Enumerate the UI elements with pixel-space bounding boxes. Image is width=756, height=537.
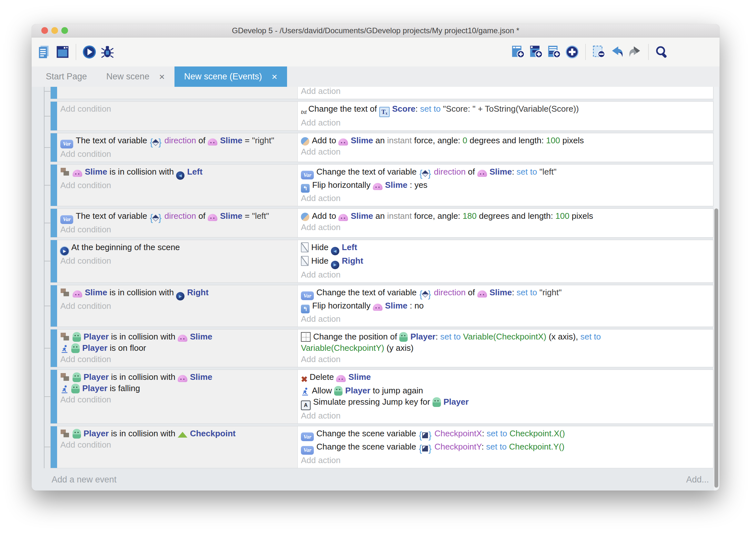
event-row[interactable]: Slime is in collision with ▶RightAdd con… — [50, 285, 713, 327]
event-row[interactable]: Add conditiontxtChange the text of TxSco… — [50, 101, 713, 131]
add-button[interactable]: Add... — [686, 475, 709, 485]
event-drag-handle[interactable] — [51, 165, 57, 206]
add-condition-link[interactable]: Add condition — [60, 255, 293, 267]
add-circle-icon[interactable] — [564, 44, 580, 61]
conditions-cell[interactable] — [57, 87, 298, 99]
action-line[interactable]: ↰Flip horizontally Slime : no — [301, 300, 709, 313]
event-drag-handle[interactable] — [51, 240, 57, 282]
tab-close-icon[interactable]: × — [159, 72, 165, 82]
tab-close-icon[interactable]: × — [272, 72, 277, 82]
actions-cell[interactable]: Hide ◀LeftHide ▶RightAdd action — [298, 240, 713, 282]
condition-line[interactable]: Player is in collision with Slime — [60, 331, 293, 342]
actions-cell[interactable]: VarChange the text of variable {}directi… — [298, 285, 713, 327]
event-row[interactable]: Player is in collision with CheckpointAd… — [50, 426, 713, 468]
event-drag-handle[interactable] — [51, 285, 57, 327]
action-line[interactable]: Add to Slime an instant force, angle: 18… — [301, 210, 709, 222]
add-action-link[interactable]: Add action — [301, 313, 709, 325]
action-line[interactable]: Hide ▶Right — [301, 255, 709, 269]
minimize-window-button[interactable] — [51, 27, 58, 34]
add-action-link[interactable]: Add action — [301, 146, 709, 157]
conditions-cell[interactable]: Add condition — [57, 102, 298, 130]
actions-cell[interactable]: VarChange the text of variable {}directi… — [298, 165, 713, 206]
add-action-link[interactable]: Add action — [301, 455, 709, 466]
add-condition-link[interactable]: Add condition — [60, 394, 293, 405]
conditions-cell[interactable]: VarThe text of variable {}direction of S… — [57, 209, 298, 237]
conditions-cell[interactable]: Player is in collision with SlimePlayer … — [57, 370, 298, 423]
action-line[interactable]: VarChange the text of variable {}directi… — [301, 166, 709, 180]
event-drag-handle[interactable] — [51, 209, 57, 237]
add-action-link[interactable]: Add action — [301, 193, 709, 204]
action-line[interactable]: ↰Flip horizontally Slime : yes — [301, 180, 709, 193]
debug-icon[interactable] — [99, 44, 115, 61]
add-condition-link[interactable]: Add condition — [60, 301, 293, 312]
tab-new-scene-events-[interactable]: New scene (Events)× — [174, 66, 287, 87]
action-line[interactable]: VarChange the scene variable {}Checkpoin… — [301, 428, 709, 441]
event-row[interactable]: VarThe text of variable {}direction of S… — [50, 133, 713, 162]
conditions-cell[interactable]: Player is in collision with SlimePlayer … — [57, 329, 298, 367]
event-drag-handle[interactable] — [51, 102, 57, 130]
actions-cell[interactable]: ✖Delete SlimeAllow Player to jump againA… — [298, 370, 713, 423]
add-action-link[interactable]: Add action — [301, 117, 709, 128]
add-action-link[interactable]: Add action — [301, 354, 709, 365]
action-line[interactable]: Add to Slime an instant force, angle: 0 … — [301, 135, 709, 146]
event-row[interactable]: Player is in collision with SlimePlayer … — [50, 369, 713, 424]
add-condition-link[interactable]: Add condition — [60, 439, 293, 450]
add-condition-link[interactable]: Add condition — [60, 103, 293, 114]
action-line[interactable]: Change the position of Player: set to Va… — [301, 331, 709, 342]
conditions-cell[interactable]: Slime is in collision with ◀LeftAdd cond… — [57, 165, 298, 206]
condition-line[interactable]: Player is on floor — [60, 342, 293, 354]
add-action-link[interactable]: Add action — [301, 222, 709, 233]
event-drag-handle[interactable] — [51, 329, 57, 367]
add-action-link[interactable]: Add action — [301, 269, 709, 280]
action-line[interactable]: VarChange the text of variable {}directi… — [301, 287, 709, 301]
condition-line[interactable]: Slime is in collision with ▶Right — [60, 287, 293, 301]
conditions-cell[interactable]: Slime is in collision with ▶RightAdd con… — [57, 285, 298, 327]
actions-cell[interactable]: txtChange the text of TxScore: set to "S… — [298, 102, 713, 130]
conditions-cell[interactable]: Player is in collision with CheckpointAd… — [57, 426, 298, 468]
action-line[interactable]: ✖Delete Slime — [301, 371, 709, 385]
add-new-event-button[interactable]: Add a new event — [52, 475, 116, 485]
add-subevent-icon[interactable] — [528, 44, 544, 61]
actions-cell[interactable]: VarChange the scene variable {}Checkpoin… — [298, 426, 713, 468]
add-action-link[interactable]: Add action — [301, 410, 709, 422]
actions-cell[interactable]: Add action — [298, 87, 713, 99]
condition-line[interactable]: Slime is in collision with ◀Left — [60, 166, 293, 180]
event-row[interactable]: Add action — [50, 87, 713, 99]
add-comment-icon[interactable] — [546, 44, 562, 61]
condition-line[interactable]: ▶At the beginning of the scene — [60, 242, 293, 256]
tab-new-scene[interactable]: New scene× — [97, 66, 174, 87]
add-condition-link[interactable]: Add condition — [60, 354, 293, 365]
zoom-window-button[interactable] — [61, 27, 68, 34]
condition-line[interactable]: Player is in collision with Checkpoint — [60, 428, 293, 439]
undo-icon[interactable] — [609, 44, 625, 61]
condition-line[interactable]: Player is falling — [60, 383, 293, 394]
tab-start-page[interactable]: Start Page — [36, 66, 97, 87]
actions-cell[interactable]: Change the position of Player: set to Va… — [298, 329, 713, 367]
conditions-cell[interactable]: VarThe text of variable {}direction of S… — [57, 133, 298, 162]
search-icon[interactable] — [654, 44, 670, 61]
project-manager-icon[interactable] — [36, 44, 53, 61]
event-row[interactable]: Player is in collision with SlimePlayer … — [50, 329, 713, 367]
scene-editor-icon[interactable] — [55, 44, 71, 61]
condition-line[interactable]: Player is in collision with Slime — [60, 371, 293, 383]
condition-line[interactable]: VarThe text of variable {}direction of S… — [60, 210, 293, 224]
actions-cell[interactable]: Add to Slime an instant force, angle: 18… — [298, 209, 713, 237]
condition-line[interactable]: VarThe text of variable {}direction of S… — [60, 135, 293, 148]
event-drag-handle[interactable] — [51, 370, 57, 423]
action-line[interactable]: Allow Player to jump again — [301, 385, 709, 396]
conditions-cell[interactable]: ▶At the beginning of the sceneAdd condit… — [57, 240, 298, 282]
event-drag-handle[interactable] — [51, 87, 57, 99]
action-line[interactable]: VarChange the scene variable {}Checkpoin… — [301, 441, 709, 455]
event-drag-handle[interactable] — [51, 133, 57, 162]
vertical-scrollbar-thumb[interactable] — [714, 208, 718, 488]
action-line[interactable]: txtChange the text of TxScore: set to "S… — [301, 103, 709, 117]
action-line[interactable]: ASimulate pressing Jump key for Player — [301, 396, 709, 410]
actions-cell[interactable]: Add to Slime an instant force, angle: 0 … — [298, 133, 713, 162]
event-drag-handle[interactable] — [51, 426, 57, 468]
action-line[interactable]: Variable(CheckpointY) (y axis) — [301, 342, 709, 354]
redo-icon[interactable] — [627, 44, 643, 61]
play-icon[interactable] — [81, 44, 97, 61]
add-action-link[interactable]: Add action — [301, 87, 709, 97]
delete-event-icon[interactable] — [591, 44, 607, 61]
event-row[interactable]: ▶At the beginning of the sceneAdd condit… — [50, 240, 713, 283]
